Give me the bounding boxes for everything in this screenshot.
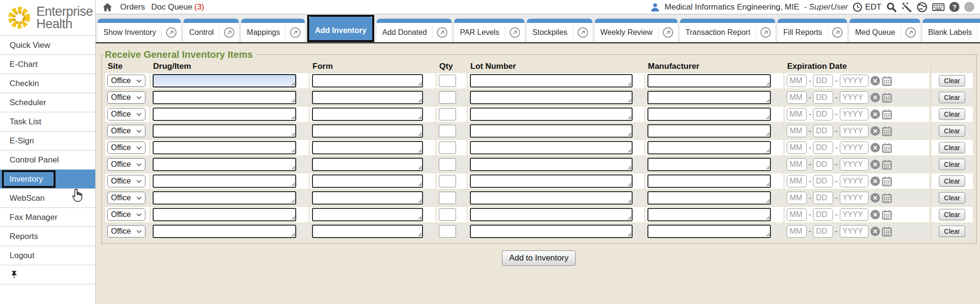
clear-date-icon[interactable]: [870, 126, 880, 136]
clock-icon[interactable]: [853, 2, 862, 12]
exp-month-input[interactable]: [787, 158, 807, 171]
clear-row-button[interactable]: Clear: [939, 175, 965, 187]
clear-date-icon[interactable]: [870, 210, 880, 219]
exp-day-input[interactable]: [813, 225, 833, 238]
exp-month-input[interactable]: [787, 175, 807, 187]
open-in-new-icon[interactable]: [832, 27, 843, 38]
calendar-icon[interactable]: [882, 210, 892, 220]
avatar-circle[interactable]: [964, 2, 974, 12]
qty-input[interactable]: [439, 225, 456, 238]
site-select[interactable]: Office: [107, 225, 145, 238]
sidebar-item-task-list[interactable]: Task List: [0, 112, 95, 131]
clear-row-button[interactable]: Clear: [939, 92, 965, 103]
drug-item-input[interactable]: [153, 208, 296, 221]
wand-icon[interactable]: [902, 2, 912, 12]
exp-day-input[interactable]: [813, 158, 833, 171]
drug-item-input[interactable]: [153, 225, 296, 238]
calendar-icon[interactable]: [882, 109, 892, 119]
open-in-new-icon[interactable]: [905, 27, 916, 38]
tab-mappings[interactable]: Mappings: [241, 19, 305, 42]
exp-month-input[interactable]: [787, 91, 807, 104]
sidebar-item-webscan[interactable]: WebScan: [0, 189, 95, 208]
form-input[interactable]: [312, 191, 423, 205]
form-input[interactable]: [312, 91, 423, 104]
lot-number-input[interactable]: [470, 158, 633, 171]
exp-year-input[interactable]: [840, 158, 869, 171]
manufacturer-input[interactable]: [647, 74, 771, 87]
manufacturer-input[interactable]: [647, 91, 771, 104]
site-select[interactable]: Office: [107, 141, 145, 154]
form-input[interactable]: [312, 74, 423, 87]
exp-day-input[interactable]: [813, 91, 833, 104]
exp-year-input[interactable]: [840, 208, 869, 221]
clear-date-icon[interactable]: [870, 227, 880, 236]
help-icon[interactable]: ?: [949, 2, 959, 12]
clear-row-button[interactable]: Clear: [939, 75, 965, 87]
clear-row-button[interactable]: Clear: [939, 209, 965, 220]
exp-year-input[interactable]: [840, 225, 869, 238]
home-icon[interactable]: [102, 2, 112, 12]
lot-number-input[interactable]: [470, 108, 633, 121]
site-select[interactable]: Office: [107, 108, 145, 120]
clear-row-button[interactable]: Clear: [939, 159, 965, 170]
manufacturer-input[interactable]: [647, 124, 771, 138]
exp-month-input[interactable]: [787, 75, 807, 87]
drug-item-input[interactable]: [153, 108, 296, 121]
search-icon[interactable]: [886, 2, 897, 12]
sidebar-item-control-panel[interactable]: Control Panel: [0, 151, 95, 170]
exp-day-input[interactable]: [813, 75, 833, 87]
qty-input[interactable]: [439, 75, 456, 87]
calendar-icon[interactable]: [882, 176, 892, 186]
drug-item-input[interactable]: [153, 158, 296, 171]
tab-weekly-review[interactable]: Weekly Review: [595, 19, 678, 42]
lot-number-input[interactable]: [470, 225, 633, 238]
form-input[interactable]: [312, 174, 423, 188]
form-input[interactable]: [312, 124, 423, 138]
globe-icon[interactable]: [917, 2, 927, 12]
form-input[interactable]: [312, 225, 423, 238]
sidebar-item-fax-manager[interactable]: Fax Manager: [0, 208, 95, 227]
site-select[interactable]: Office: [107, 192, 145, 204]
clear-row-button[interactable]: Clear: [939, 109, 965, 120]
open-in-new-icon[interactable]: [760, 27, 771, 38]
manufacturer-input[interactable]: [647, 208, 771, 221]
site-select[interactable]: Office: [107, 75, 145, 87]
lot-number-input[interactable]: [470, 124, 633, 138]
exp-day-input[interactable]: [813, 208, 833, 221]
sidebar-item-scheduler[interactable]: Scheduler: [0, 93, 95, 112]
lot-number-input[interactable]: [470, 208, 633, 221]
form-input[interactable]: [312, 208, 423, 221]
drug-item-input[interactable]: [153, 91, 296, 104]
qty-input[interactable]: [439, 91, 456, 104]
open-in-new-icon[interactable]: [290, 27, 301, 38]
keyboard-icon[interactable]: [932, 2, 945, 12]
clear-date-icon[interactable]: [870, 93, 880, 102]
drug-item-input[interactable]: [153, 174, 296, 188]
sidebar-pin-row[interactable]: [0, 265, 95, 284]
calendar-icon[interactable]: [882, 143, 892, 153]
lot-number-input[interactable]: [470, 191, 633, 205]
qty-input[interactable]: [439, 175, 456, 187]
drug-item-input[interactable]: [153, 124, 296, 138]
form-input[interactable]: [312, 108, 423, 121]
tab-stockpiles[interactable]: Stockpiles: [527, 19, 592, 42]
lot-number-input[interactable]: [470, 141, 633, 154]
lot-number-input[interactable]: [470, 174, 633, 188]
exp-year-input[interactable]: [840, 192, 869, 204]
exp-day-input[interactable]: [813, 125, 833, 137]
drug-item-input[interactable]: [153, 191, 296, 205]
tab-blank-labels[interactable]: Blank Labels: [923, 19, 980, 42]
exp-month-input[interactable]: [787, 192, 807, 204]
exp-year-input[interactable]: [840, 75, 869, 87]
calendar-icon[interactable]: [882, 227, 892, 237]
exp-year-input[interactable]: [840, 175, 869, 187]
clear-date-icon[interactable]: [870, 193, 880, 203]
sidebar-item-logout[interactable]: Logout: [0, 246, 95, 265]
lot-number-input[interactable]: [470, 74, 633, 87]
exp-month-input[interactable]: [787, 125, 807, 137]
clear-date-icon[interactable]: [870, 76, 880, 86]
open-in-new-icon[interactable]: [510, 27, 520, 38]
manufacturer-input[interactable]: [647, 174, 771, 188]
exp-month-input[interactable]: [787, 108, 807, 120]
exp-year-input[interactable]: [840, 141, 869, 154]
